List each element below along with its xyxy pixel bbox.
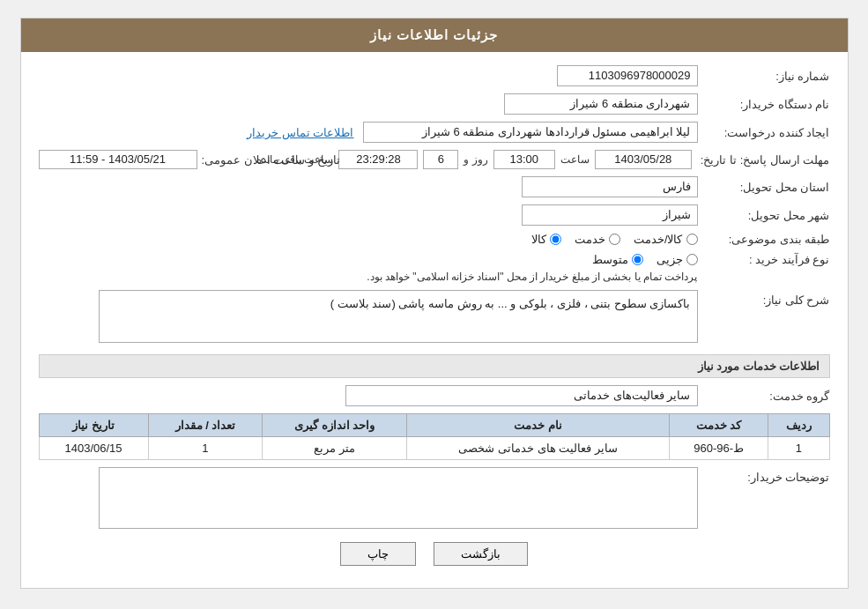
category-goods-radio[interactable] <box>550 234 561 245</box>
col-row: ردیف <box>768 414 829 437</box>
city-label: شهر محل تحویل: <box>698 209 830 222</box>
services-table: ردیف کد خدمت نام خدمت واحد اندازه گیری ت… <box>39 413 830 460</box>
deadline-time: 13:00 <box>493 150 555 169</box>
cell-code: ط-96-960 <box>670 437 768 460</box>
category-goods-service-label: کالا/خدمت <box>634 233 683 246</box>
announce-value: 1403/05/21 - 11:59 <box>39 150 197 169</box>
header-title: جزئیات اطلاعات نیاز <box>370 27 498 42</box>
request-number-label: شماره نیاز: <box>698 70 830 83</box>
process-partial: جزیی <box>657 253 698 266</box>
process-partial-label: جزیی <box>657 253 683 266</box>
process-note: پرداخت تمام یا بخشی از مبلغ خریدار از مح… <box>367 271 697 283</box>
process-label: نوع فرآیند خرید : <box>698 253 830 266</box>
process-partial-radio[interactable] <box>686 254 698 265</box>
category-service-radio[interactable] <box>609 234 620 245</box>
creator-label: ایجاد کننده درخواست: <box>698 126 830 139</box>
deadline-remaining: 23:29:28 <box>338 150 418 169</box>
buyer-notes-textarea[interactable] <box>99 467 698 529</box>
category-goods: کالا <box>531 233 561 246</box>
process-medium-radio[interactable] <box>632 254 643 265</box>
col-quantity: تعداد / مقدار <box>148 414 263 437</box>
category-radio-group: کالا/خدمت خدمت کالا <box>531 233 698 246</box>
cell-quantity: 1 <box>148 437 263 460</box>
category-service: خدمت <box>575 233 620 246</box>
cell-row: 1 <box>768 437 829 460</box>
buyer-org-label: نام دستگاه خریدار: <box>698 98 830 111</box>
deadline-days: 6 <box>423 150 458 169</box>
category-label: طبقه بندی موضوعی: <box>698 233 830 246</box>
button-row: بازگشت چاپ <box>39 542 830 566</box>
back-button[interactable]: بازگشت <box>434 542 528 566</box>
cell-date: 1403/06/15 <box>39 437 148 460</box>
category-goods-label: کالا <box>531 233 546 246</box>
services-section-title: اطلاعات خدمات مورد نیاز <box>39 354 830 378</box>
announce-label: تاریخ و ساعت اعلان عمومی: <box>197 153 340 167</box>
col-name: نام خدمت <box>406 414 669 437</box>
service-group-value: سایر فعالیت‌های خدماتی <box>345 385 698 406</box>
services-table-wrapper: ردیف کد خدمت نام خدمت واحد اندازه گیری ت… <box>39 413 830 460</box>
process-medium-label: متوسط <box>592 253 628 266</box>
creator-value: لیلا ابراهیمی مسئول قراردادها شهرداری من… <box>363 122 698 143</box>
col-code: کد خدمت <box>670 414 768 437</box>
category-service-label: خدمت <box>575 233 605 246</box>
deadline-day-label: روز و <box>464 153 487 166</box>
process-medium: متوسط <box>592 253 643 266</box>
category-goods-service-radio[interactable] <box>686 234 698 245</box>
province-value: فارس <box>522 176 698 197</box>
contact-link[interactable]: اطلاعات تماس خریدار <box>247 126 353 139</box>
cell-unit: متر مربع <box>263 437 407 460</box>
deadline-time-label: ساعت <box>560 153 590 166</box>
city-value: شیراز <box>522 204 698 226</box>
deadline-label: مهلت ارسال پاسخ: تا تاریخ: <box>692 153 830 167</box>
page-header: جزئیات اطلاعات نیاز <box>21 19 848 52</box>
buyer-org-value: شهرداری منطقه 6 شیراز <box>504 93 698 115</box>
cell-name: سایر فعالیت های خدماتی شخصی <box>406 437 669 460</box>
category-goods-service: کالا/خدمت <box>634 233 698 246</box>
buyer-notes-label: توضیحات خریدار: <box>698 467 830 484</box>
service-group-label: گروه خدمت: <box>698 390 830 403</box>
table-row: 1ط-96-960سایر فعالیت های خدماتی شخصیمتر … <box>39 437 829 460</box>
description-label: شرح کلی نیاز: <box>698 290 830 307</box>
deadline-date: 1403/05/28 <box>595 150 692 169</box>
col-date: تاریخ نیاز <box>39 414 148 437</box>
province-label: استان محل تحویل: <box>698 181 830 194</box>
print-button[interactable]: چاپ <box>340 542 416 566</box>
description-value: باکسازی سطوح بتنی ، فلزی ، بلوکی و ... ب… <box>330 297 691 310</box>
col-unit: واحد اندازه گیری <box>263 414 407 437</box>
request-number-value: 1103096978000029 <box>557 65 698 86</box>
